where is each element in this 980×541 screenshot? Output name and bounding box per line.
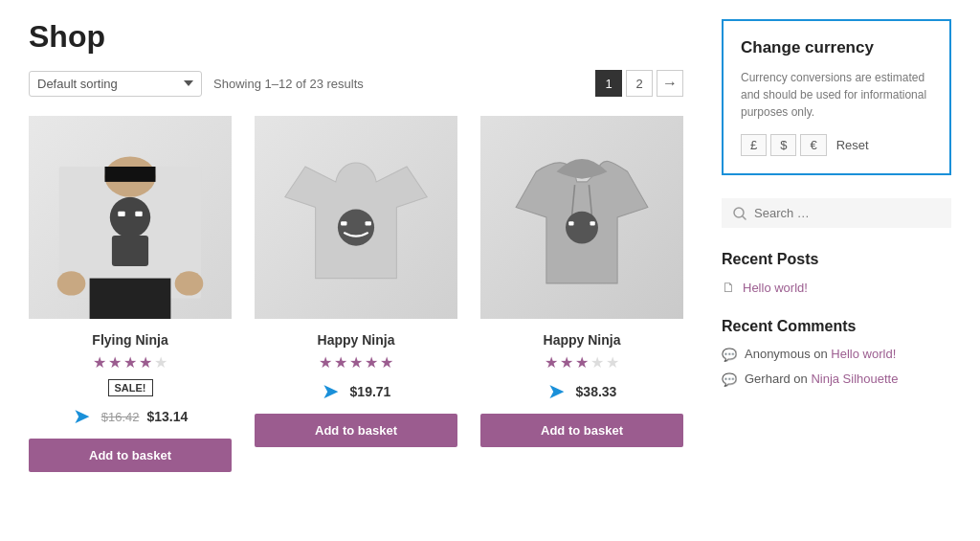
comment-link[interactable]: Ninja Silhouette [811,372,898,386]
price-row: ➤ $16.42 $13.14 [29,404,232,429]
next-page-button[interactable]: → [657,70,683,97]
star-2: ★ [560,353,573,372]
price-arrow-icon: ➤ [322,379,339,404]
svg-rect-11 [341,221,346,225]
price-row: ➤ $19.71 [255,379,457,404]
currency-usd-button[interactable]: $ [770,134,796,156]
currency-widget-title: Change currency [741,38,932,57]
star-1: ★ [319,353,332,372]
comment-item: 💬 Gerhard on Ninja Silhouette [722,372,951,387]
product-card: Flying Ninja ★ ★ ★ ★ ★ SALE! ➤ $16.42 $1… [29,116,232,472]
star-5: ★ [154,353,167,372]
add-to-basket-button[interactable]: Add to basket [480,414,683,447]
product-image [255,116,457,319]
recent-posts-title: Recent Posts [722,251,951,268]
svg-point-5 [57,271,86,295]
svg-line-19 [743,216,746,219]
currency-widget: Change currency Currency conversions are… [722,19,951,175]
svg-point-6 [175,271,204,295]
svg-rect-7 [90,279,171,319]
product-name: Happy Ninja [480,332,683,348]
post-icon: 🗋 [722,280,735,295]
product-name: Flying Ninja [29,332,232,348]
currency-eur-button[interactable]: € [800,134,826,156]
product-card: Happy Ninja ★ ★ ★ ★ ★ ➤ $38.33 Add to ba… [480,116,683,472]
comment-icon: 💬 [722,348,737,362]
svg-point-15 [566,212,598,244]
main-content: Shop Default sorting Sort by popularity … [29,19,683,472]
sale-badge: SALE! [108,379,153,396]
page-1-button[interactable]: 1 [595,70,622,97]
star-4: ★ [590,353,604,372]
add-to-basket-button[interactable]: Add to basket [255,414,457,447]
comment-icon: 💬 [722,372,737,387]
svg-rect-16 [568,221,573,225]
comment-item: 💬 Anonymous on Hello world! [722,347,951,362]
search-icon [733,207,746,220]
comment-text: Gerhard on Ninja Silhouette [745,372,898,386]
recent-post-item: 🗋 Hello world! [722,280,951,295]
price-arrow-icon: ➤ [547,379,565,404]
pagination: 1 2 → [595,70,683,97]
product-name: Happy Ninja [255,332,457,348]
recent-comments-section: Recent Comments 💬 Anonymous on Hello wor… [722,318,951,387]
page-title: Shop [29,19,683,55]
star-5: ★ [606,353,619,372]
sort-select[interactable]: Default sorting Sort by popularity Sort … [29,71,202,97]
product-image [29,116,232,319]
currency-buttons: £ $ € Reset [741,134,932,156]
star-5: ★ [380,353,393,372]
currency-note: Currency conversions are estimated and s… [741,69,932,121]
star-rating: ★ ★ ★ ★ ★ [480,353,683,372]
currency-reset-button[interactable]: Reset [831,135,875,155]
price-row: ➤ $38.33 [480,379,683,404]
sale-badge-wrapper: SALE! [29,379,232,404]
star-1: ★ [545,353,558,372]
product-image [480,116,683,319]
current-price: $13.14 [146,409,188,424]
svg-point-1 [110,197,150,237]
svg-rect-9 [105,167,156,182]
svg-rect-12 [366,221,371,225]
star-1: ★ [93,353,106,372]
results-count: Showing 1–12 of 23 results [213,77,364,91]
star-rating: ★ ★ ★ ★ ★ [255,353,457,372]
search-box [722,198,951,228]
star-3: ★ [123,353,137,372]
current-price: $38.33 [576,384,617,399]
svg-rect-4 [135,212,142,216]
star-rating: ★ ★ ★ ★ ★ [29,353,232,372]
recent-posts-section: Recent Posts 🗋 Hello world! [722,251,951,295]
star-4: ★ [139,353,152,372]
current-price: $19.71 [350,384,391,399]
currency-gbp-button[interactable]: £ [741,134,767,156]
svg-rect-3 [118,212,124,216]
product-card: Happy Ninja ★ ★ ★ ★ ★ ➤ $19.71 Add to ba… [255,116,457,472]
price-arrow-icon: ➤ [73,404,90,429]
star-2: ★ [334,353,347,372]
page-2-button[interactable]: 2 [626,70,653,97]
svg-point-10 [338,210,374,246]
shop-controls: Default sorting Sort by popularity Sort … [29,70,683,97]
add-to-basket-button[interactable]: Add to basket [29,439,232,472]
original-price: $16.42 [101,410,140,424]
star-3: ★ [349,353,363,372]
comment-text: Anonymous on Hello world! [745,347,896,361]
comment-link[interactable]: Hello world! [831,347,896,361]
svg-rect-2 [112,236,148,266]
recent-post-link[interactable]: Hello world! [743,281,808,295]
svg-rect-17 [590,221,594,225]
sidebar: Change currency Currency conversions are… [722,19,951,472]
star-3: ★ [575,353,589,372]
star-4: ★ [365,353,378,372]
star-2: ★ [108,353,122,372]
recent-comments-title: Recent Comments [722,318,951,335]
products-grid: Flying Ninja ★ ★ ★ ★ ★ SALE! ➤ $16.42 $1… [29,116,683,472]
search-input[interactable] [754,206,940,220]
